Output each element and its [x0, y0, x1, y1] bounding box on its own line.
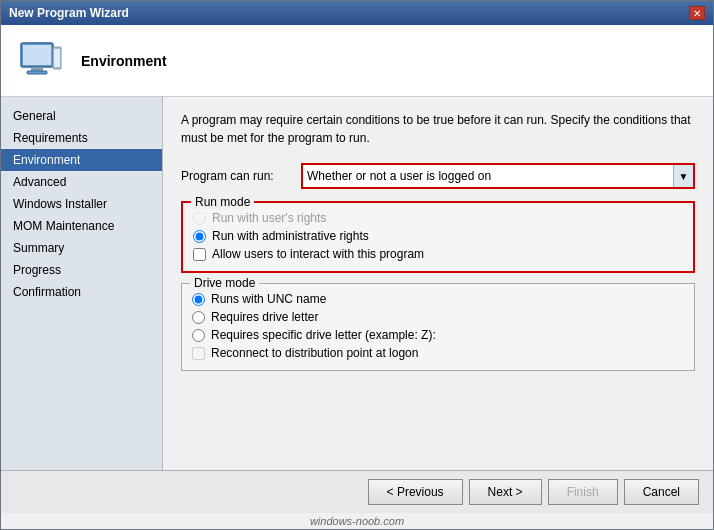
svg-rect-1: [23, 45, 51, 65]
run-mode-group: Run mode Run with user's rights Run with…: [181, 201, 695, 273]
header-section: Environment: [1, 25, 713, 97]
sidebar-item-progress[interactable]: Progress: [1, 259, 162, 281]
sidebar: General Requirements Environment Advance…: [1, 97, 163, 470]
window-title: New Program Wizard: [9, 6, 129, 20]
sidebar-item-confirmation[interactable]: Confirmation: [1, 281, 162, 303]
reconnect-checkbox[interactable]: [192, 347, 205, 360]
sidebar-item-general[interactable]: General: [1, 105, 162, 127]
title-bar-controls: ✕: [689, 6, 705, 20]
allow-interact-row: Allow users to interact with this progra…: [193, 247, 683, 261]
sidebar-item-windows-installer[interactable]: Windows Installer: [1, 193, 162, 215]
computer-icon: [17, 37, 65, 85]
description-text: A program may require certain conditions…: [181, 111, 695, 147]
unc-name-row: Runs with UNC name: [192, 292, 684, 306]
main-window: New Program Wizard ✕ Environment General…: [0, 0, 714, 530]
cancel-button[interactable]: Cancel: [624, 479, 699, 505]
specific-drive-label: Requires specific drive letter (example:…: [211, 328, 436, 342]
run-user-rights-row: Run with user's rights: [193, 211, 683, 225]
unc-name-radio[interactable]: [192, 293, 205, 306]
svg-rect-2: [31, 67, 43, 71]
specific-drive-radio[interactable]: [192, 329, 205, 342]
main-content: A program may require certain conditions…: [163, 97, 713, 470]
drive-mode-label: Drive mode: [190, 276, 259, 290]
drive-mode-group: Drive mode Runs with UNC name Requires d…: [181, 283, 695, 371]
unc-name-label: Runs with UNC name: [211, 292, 326, 306]
drive-letter-label: Requires drive letter: [211, 310, 318, 324]
svg-rect-3: [27, 71, 47, 74]
close-button[interactable]: ✕: [689, 6, 705, 20]
run-admin-rights-radio[interactable]: [193, 230, 206, 243]
next-button[interactable]: Next >: [469, 479, 542, 505]
svg-rect-5: [54, 49, 60, 67]
run-user-rights-radio[interactable]: [193, 212, 206, 225]
reconnect-label: Reconnect to distribution point at logon: [211, 346, 418, 360]
sidebar-item-summary[interactable]: Summary: [1, 237, 162, 259]
title-bar: New Program Wizard ✕: [1, 1, 713, 25]
run-admin-rights-row: Run with administrative rights: [193, 229, 683, 243]
footer: < Previous Next > Finish Cancel: [1, 470, 713, 513]
sidebar-item-environment[interactable]: Environment: [1, 149, 162, 171]
program-can-run-select-wrapper: Whether or not a user is logged on Only …: [301, 163, 695, 189]
specific-drive-row: Requires specific drive letter (example:…: [192, 328, 684, 342]
program-can-run-row: Program can run: Whether or not a user i…: [181, 163, 695, 189]
sidebar-item-advanced[interactable]: Advanced: [1, 171, 162, 193]
sidebar-item-mom-maintenance[interactable]: MOM Maintenance: [1, 215, 162, 237]
previous-button[interactable]: < Previous: [368, 479, 463, 505]
run-mode-label: Run mode: [191, 195, 254, 209]
drive-letter-radio[interactable]: [192, 311, 205, 324]
program-can-run-label: Program can run:: [181, 169, 301, 183]
run-admin-rights-label: Run with administrative rights: [212, 229, 369, 243]
finish-button[interactable]: Finish: [548, 479, 618, 505]
drive-letter-row: Requires drive letter: [192, 310, 684, 324]
header-title: Environment: [81, 53, 167, 69]
allow-interact-label: Allow users to interact with this progra…: [212, 247, 424, 261]
program-can-run-select[interactable]: Whether or not a user is logged on Only …: [303, 165, 693, 187]
reconnect-row: Reconnect to distribution point at logon: [192, 346, 684, 360]
allow-interact-checkbox[interactable]: [193, 248, 206, 261]
body-section: General Requirements Environment Advance…: [1, 97, 713, 470]
run-user-rights-label: Run with user's rights: [212, 211, 326, 225]
watermark: windows-noob.com: [1, 513, 713, 529]
sidebar-item-requirements[interactable]: Requirements: [1, 127, 162, 149]
